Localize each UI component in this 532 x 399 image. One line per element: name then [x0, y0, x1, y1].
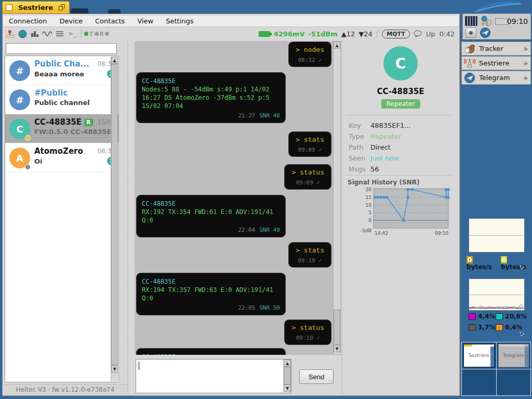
- telegram-tray-icon[interactable]: [480, 27, 491, 38]
- monitor-tray-icon[interactable]: [465, 16, 477, 26]
- scroll-thumb[interactable]: [284, 367, 291, 384]
- workspace-3[interactable]: [462, 369, 496, 396]
- contact-item-public-cha-[interactable]: #Public Cha...08:32Beaaa moree2: [5, 56, 118, 85]
- rssi-value: -51dBm: [308, 30, 337, 38]
- workspace-1[interactable]: Sestriere: [462, 342, 496, 369]
- scroll-down-arrow[interactable]: ▼: [284, 384, 291, 392]
- avatar: #: [9, 89, 30, 110]
- detail-fields: Key48835EF1...TypeRepeaterPathDirectSeen…: [349, 120, 455, 175]
- sidebar-splitter[interactable]: [127, 41, 128, 394]
- tracker-dog-icon: [464, 44, 475, 54]
- snr-value: SNR 50: [259, 304, 280, 311]
- composer: ▲ ▼ Send: [136, 358, 341, 394]
- outgoing-bubble[interactable]: > status09:10 ✓: [285, 320, 331, 344]
- workspace-2[interactable]: Telegram: [497, 342, 531, 369]
- mqtt-badge[interactable]: MQTT: [382, 30, 410, 38]
- incoming-bubble[interactable]: CC-48835ERX:192 TX:354 FWD:61 E:0 ADV:19…: [137, 195, 285, 237]
- dock-item-telegram[interactable]: Telegram ▶: [461, 71, 531, 85]
- message-time: 09:10 ✓: [296, 257, 324, 264]
- scroll-up-arrow[interactable]: ▲: [284, 360, 291, 367]
- field-value: Just now: [370, 154, 399, 162]
- field-label: Seen: [349, 154, 370, 162]
- scroll-down-arrow[interactable]: ▼: [111, 365, 118, 373]
- contact-item--public[interactable]: ##PublicPublic channel: [5, 85, 118, 114]
- scroll-thumb[interactable]: [111, 64, 118, 365]
- outgoing-bubble[interactable]: > status09:09 ✓: [285, 165, 331, 189]
- map-icon[interactable]: [4, 29, 16, 39]
- svg-text:09:10: 09:10: [435, 231, 448, 236]
- globe-icon[interactable]: [16, 29, 29, 39]
- restore-icon[interactable]: [59, 4, 66, 11]
- snr-value: SNR 49: [259, 227, 280, 233]
- message-list: > nodes08:32 ✓CC-48835ENodes:5 88 - -54d…: [137, 42, 331, 355]
- pager-window-telegram[interactable]: Telegram: [498, 344, 529, 367]
- command-text: > status: [291, 168, 324, 177]
- scroll-down-arrow[interactable]: ▼: [334, 345, 340, 352]
- message: > stats09:10 ✓: [137, 243, 331, 267]
- field-label: Path: [349, 143, 370, 151]
- message: > status09:10 ✓: [137, 320, 331, 344]
- menu-device[interactable]: Device: [55, 16, 90, 26]
- outgoing-bubble[interactable]: > stats09:10 ✓: [289, 243, 331, 267]
- message-time: 21:27: [238, 112, 255, 119]
- field-value: 56: [370, 165, 379, 173]
- message-line: 16:27 D5 AtomoZero -37dBm s:52 p:5: [142, 94, 280, 102]
- incoming-bubble[interactable]: CC-48835ERX:194 TX:357 FWD:63 E:0 ADV:19…: [137, 273, 285, 315]
- desktop-icon[interactable]: [71, 8, 88, 14]
- waveform-icon[interactable]: [41, 29, 54, 39]
- cursor-icon: [520, 331, 525, 337]
- cpu-monitor[interactable]: [469, 278, 525, 311]
- terminal-icon[interactable]: >_: [66, 29, 78, 39]
- scroll-thumb[interactable]: [334, 310, 340, 345]
- chat-scrollbar[interactable]: ▲ ▼: [333, 41, 341, 355]
- chat-bubble-icon[interactable]: [414, 30, 422, 37]
- snr-value: SNR 48: [259, 112, 280, 119]
- svg-text:20: 20: [366, 187, 372, 192]
- details-splitter[interactable]: [341, 41, 342, 394]
- pager-window-sestriere[interactable]: Sestriere: [463, 344, 495, 367]
- incoming-bubble[interactable]: CC-48835EFW:0.5.0 CC-48835E(48) Up:56820…: [137, 349, 285, 355]
- command-text: > nodes: [296, 46, 324, 54]
- contact-subtitle: Public channel: [34, 99, 90, 107]
- message-input[interactable]: [136, 360, 283, 393]
- contact-item-cc-48835e[interactable]: CCC-48835ER15/05FW:0.5.0 CC-48835E...: [5, 114, 118, 143]
- message: CC-48835ERX:194 TX:357 FWD:63 E:0 ADV:19…: [137, 273, 331, 315]
- message-footer: 22:04SNR 49: [142, 227, 280, 233]
- legend-color-chip: [469, 324, 476, 331]
- menu-connection[interactable]: Connection: [4, 16, 55, 26]
- workspace-4[interactable]: [497, 369, 531, 396]
- menu-contacts[interactable]: Contacts: [90, 16, 132, 26]
- menu-settings[interactable]: Settings: [161, 16, 201, 26]
- volume-tray-icon[interactable]: [466, 28, 476, 38]
- contact-item-atomozero[interactable]: AAtomoZero08:32Oi1: [5, 143, 118, 172]
- network-monitor[interactable]: [469, 218, 525, 252]
- message-time: 09:09 ✓: [291, 179, 324, 186]
- scroll-up-arrow[interactable]: ▲: [111, 57, 118, 64]
- search-input[interactable]: [6, 43, 117, 54]
- menu-view[interactable]: View: [132, 16, 161, 26]
- dock-item-tracker[interactable]: Tracker ▶: [461, 42, 531, 56]
- message-time: 08:32 ✓: [296, 57, 324, 63]
- desktop-icon[interactable]: [108, 9, 121, 14]
- outgoing-bubble[interactable]: > nodes08:32 ✓: [289, 42, 331, 66]
- updater-tray-icon[interactable]: [480, 16, 494, 28]
- contact-subtitle: Oi: [34, 157, 43, 165]
- incoming-bubble[interactable]: CC-48835ENodes:5 88 - -54dBm s:49 p:1 14…: [137, 73, 285, 123]
- contact-list-scrollbar[interactable]: ▲ ▼: [111, 57, 118, 381]
- window-title-tab[interactable]: Sestriere: [2, 1, 70, 14]
- contact-subtitle: Beaaa moree: [34, 70, 84, 78]
- outgoing-bubble[interactable]: > stats09:09 ✓: [289, 132, 331, 156]
- input-scrollbar[interactable]: ▲ ▼: [283, 360, 291, 393]
- contact-title: CC-48835E: [34, 117, 82, 127]
- log-list-icon[interactable]: [54, 29, 66, 39]
- send-button[interactable]: Send: [299, 369, 334, 384]
- dock-item-sestriere[interactable]: Sestriere ▶: [461, 56, 531, 70]
- window-menu-icon[interactable]: [6, 4, 12, 11]
- workspace-pager[interactable]: Sestriere Telegram: [461, 342, 531, 396]
- menu-bar: ConnectionDeviceContactsViewSettings: [4, 16, 459, 27]
- app-window: ConnectionDeviceContactsViewSettings >_ …: [2, 14, 460, 396]
- snr-history-chart: 20151050-5dB14:4209:10: [359, 187, 453, 238]
- command-text: > stats: [296, 136, 324, 144]
- scroll-up-arrow[interactable]: ▲: [334, 42, 340, 49]
- bar-chart-icon[interactable]: [29, 29, 41, 39]
